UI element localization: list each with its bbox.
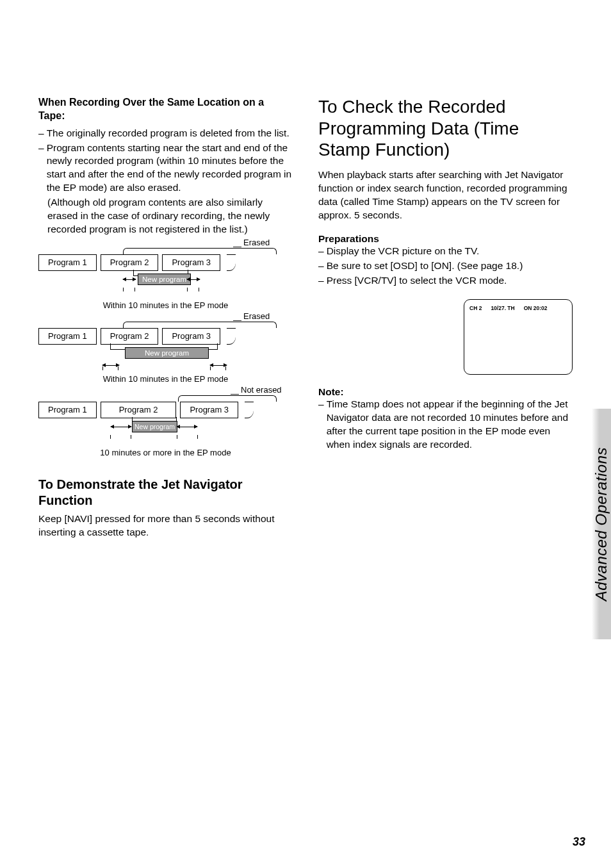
diagram-caption: Within 10 minutes in the EP mode bbox=[38, 374, 293, 384]
list-item: – Be sure to set [OSD] to [ON]. (See pag… bbox=[318, 259, 573, 273]
list-item: – Display the VCR picture on the TV. bbox=[318, 245, 573, 258]
program-cell: Program 3 bbox=[162, 328, 220, 345]
right-title: To Check the Recorded Programming Data (… bbox=[318, 96, 573, 161]
dash: – bbox=[38, 142, 44, 195]
list-item: – Time Stamp does not appear if the begi… bbox=[318, 398, 573, 452]
diagram-3: — Not erased Program 1 Program 2 Program… bbox=[38, 393, 293, 457]
program-cell: Program 2 bbox=[101, 402, 177, 418]
dash: – bbox=[318, 245, 324, 258]
program-cell: Program 1 bbox=[38, 328, 97, 345]
not-erased-label: Not erased bbox=[241, 385, 282, 395]
left-heading: When Recording Over the Same Location on… bbox=[38, 96, 293, 123]
erased-label: Erased bbox=[243, 238, 270, 247]
dash: – bbox=[318, 274, 324, 288]
item-text: Be sure to set [OSD] to [ON]. (See page … bbox=[327, 259, 523, 273]
tv-screen: CH 2 10/27. TH ON 20:02 bbox=[464, 299, 573, 375]
note-body: Time Stamp does not appear if the beginn… bbox=[327, 398, 573, 452]
list-item: – Program contents starting near the sta… bbox=[38, 142, 293, 195]
tv-on-time: ON 20:02 bbox=[524, 305, 548, 311]
item-text: Program contents starting near the start… bbox=[47, 142, 293, 195]
note-heading: Note: bbox=[318, 386, 573, 398]
side-tab-label: Advanced Operations bbox=[592, 447, 610, 601]
new-program-box: New program bbox=[132, 421, 177, 432]
list-item: – The originally recorded program is del… bbox=[38, 127, 293, 140]
program-cell: Program 2 bbox=[101, 254, 159, 271]
program-cell: Program 3 bbox=[180, 402, 238, 418]
program-cell: Program 1 bbox=[38, 254, 97, 271]
demo-body: Keep [NAVI] pressed for more than 5 seco… bbox=[38, 512, 293, 539]
page-number: 33 bbox=[573, 835, 585, 849]
item-text: Press [VCR/TV] to select the VCR mode. bbox=[327, 274, 507, 288]
paren-note: (Although old program contents are also … bbox=[47, 196, 293, 236]
side-tab: Advanced Operations bbox=[592, 409, 611, 639]
dash: – bbox=[318, 398, 324, 452]
new-program-box: New program bbox=[138, 274, 191, 285]
diagram-caption: 10 minutes or more in the EP mode bbox=[38, 448, 293, 457]
program-cell: Program 1 bbox=[38, 402, 97, 418]
preparations-heading: Preparations bbox=[318, 233, 573, 245]
dash: – bbox=[38, 127, 44, 140]
dash: – bbox=[318, 259, 324, 273]
diagram-2: — Erased Program 1 Program 2 Program 3 N… bbox=[38, 319, 293, 384]
erased-label: Erased bbox=[243, 311, 270, 321]
item-text: Display the VCR picture on the TV. bbox=[327, 245, 480, 258]
tv-channel: CH 2 bbox=[469, 305, 482, 311]
list-item: – Press [VCR/TV] to select the VCR mode. bbox=[318, 274, 573, 288]
tv-date: 10/27. TH bbox=[491, 305, 514, 311]
program-cell: Program 3 bbox=[162, 254, 220, 271]
diagram-caption: Within 10 minutes in the EP mode bbox=[38, 300, 293, 310]
intro-paragraph: When playback starts after searching wit… bbox=[318, 168, 573, 222]
diagram-1: — Erased Program 1 Program 2 Program 3 N… bbox=[38, 245, 293, 310]
item-text: The originally recorded program is delet… bbox=[47, 127, 289, 140]
new-program-box: New program bbox=[125, 347, 209, 359]
program-cell: Program 2 bbox=[101, 328, 159, 345]
demo-heading: To Demonstrate the Jet Navigator Functio… bbox=[38, 477, 293, 509]
